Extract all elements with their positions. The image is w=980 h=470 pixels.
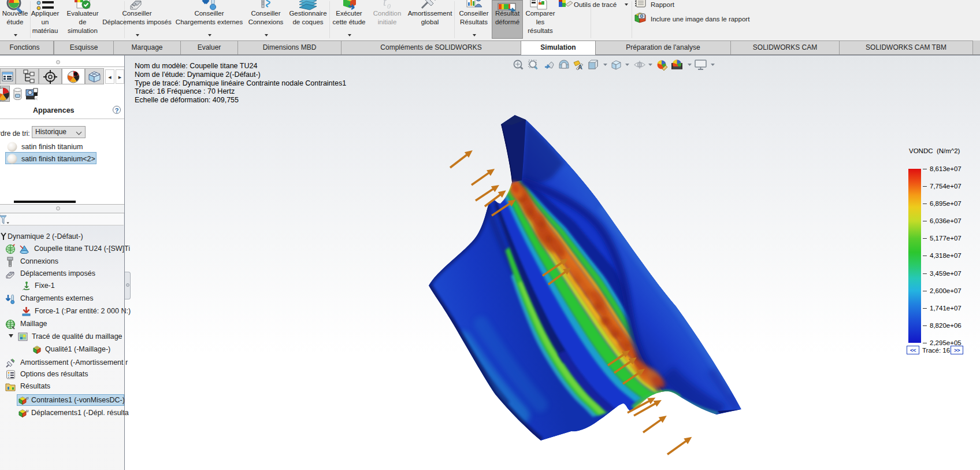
svg-text:σ: σ (26, 395, 29, 401)
svg-text:u: u (26, 408, 29, 413)
